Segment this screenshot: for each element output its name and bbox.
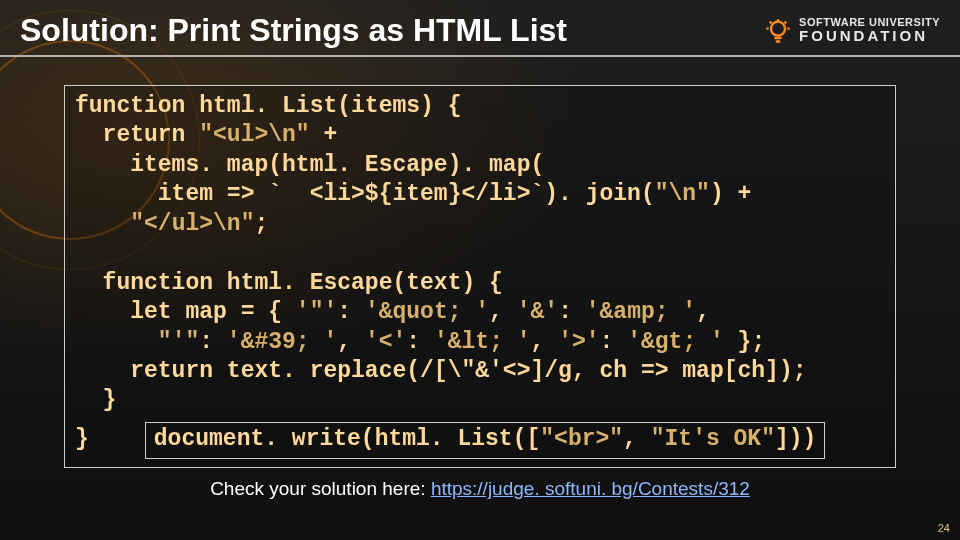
code-text: item => ` <li>${item}</li>`). join( [75,181,655,207]
code-text: : [600,329,628,355]
footer-note: Check your solution here: https://judge.… [0,478,960,500]
code-string: '&gt; ' [627,329,724,355]
code-text: items. map(html. Escape). map( [75,152,544,178]
code-string: "<ul>\n" [199,122,309,148]
code-string: '&lt; ' [434,329,531,355]
lightbulb-icon [763,16,793,46]
code-text: ) + [710,181,751,207]
code-text [75,329,158,355]
code-text: , [696,299,710,325]
code-text: ])) [775,426,816,452]
org-logo: SOFTWARE UNIVERSITY FOUNDATION [763,16,940,46]
logo-text: SOFTWARE UNIVERSITY FOUNDATION [799,17,940,44]
code-text: : [558,299,586,325]
code-text: : [199,329,227,355]
code-string: "</ul>\n" [130,211,254,237]
code-text: + [310,122,338,148]
page-number: 24 [938,522,950,534]
code-string: "It's OK" [651,426,775,452]
code-string: '&' [517,299,558,325]
code-string: '>' [558,329,599,355]
code-string: "<br>" [540,426,623,452]
code-text: , [489,299,517,325]
code-text: } [75,426,89,452]
code-string: '<' [365,329,406,355]
code-text: document. write(html. List([ [154,426,540,452]
code-text: , [531,329,559,355]
code-text: , [337,329,365,355]
code-text: }; [724,329,765,355]
code-block: function html. List(items) { return "<ul… [64,85,896,468]
svg-point-0 [771,21,785,35]
code-keyword: function [75,270,213,296]
code-text: : [406,329,434,355]
code-string: '&amp; ' [586,299,696,325]
code-text: : [337,299,365,325]
code-string: '&quot; ' [365,299,489,325]
logo-line-2: FOUNDATION [799,28,940,44]
code-text [75,211,130,237]
code-string: "\n" [655,181,710,207]
code-text: , [623,426,651,452]
footer-text: Check your solution here: [210,478,431,499]
code-keyword: return [75,122,199,148]
code-keyword: function [75,93,185,119]
code-text: let map = { [75,299,296,325]
code-inner-box: document. write(html. List(["<br>", "It'… [145,422,826,459]
code-string: '"' [296,299,337,325]
code-text: return text. replace(/[\"&'<>]/g, ch => … [75,358,807,384]
footer-link[interactable]: https://judge. softuni. bg/Contests/312 [431,478,750,499]
code-text: } [75,387,116,413]
code-text: ; [254,211,268,237]
code-string: '&#39; ' [227,329,337,355]
slide-title: Solution: Print Strings as HTML List [20,12,567,49]
code-text: html. Escape(text) { [213,270,503,296]
code-text: html. List(items) { [185,93,461,119]
slide-header: Solution: Print Strings as HTML List SOF… [0,0,960,57]
code-string: "'" [158,329,199,355]
